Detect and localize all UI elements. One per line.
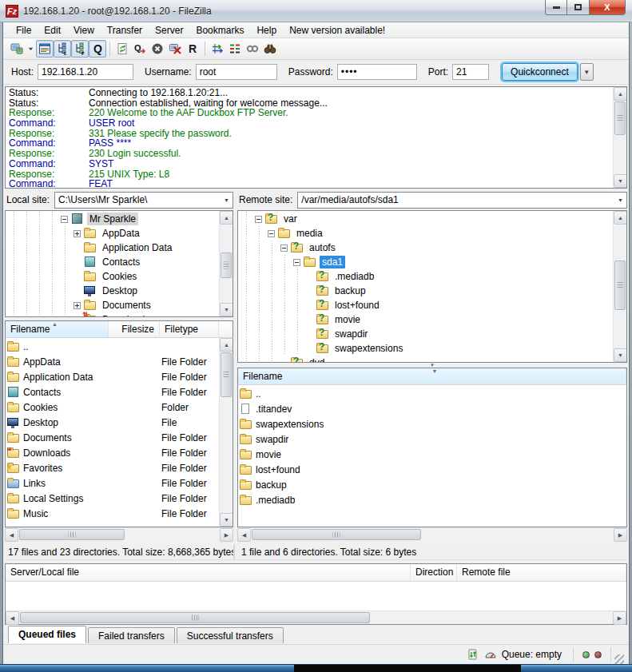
site-manager-dropdown-button[interactable] bbox=[26, 40, 36, 58]
scroll-up-icon[interactable]: ▲ bbox=[614, 87, 627, 101]
menu-item-new-version-available[interactable]: New version available! bbox=[283, 23, 392, 38]
expand-icon[interactable] bbox=[74, 230, 81, 237]
synchronized-browsing-button[interactable] bbox=[244, 40, 261, 58]
remote-tree-item-swapdir[interactable]: ?swapdir bbox=[240, 327, 612, 341]
queue-column-local-file[interactable]: Server/Local file bbox=[6, 564, 411, 581]
menu-item-server[interactable]: Server bbox=[149, 23, 189, 38]
expand-icon[interactable] bbox=[74, 316, 81, 317]
toggle-remote-treeview-button[interactable]: F bbox=[71, 40, 89, 58]
local-list-horizontal-scrollbar[interactable]: ◀ ▶ bbox=[5, 527, 233, 541]
log-vertical-scrollbar[interactable]: ▲ ▼ bbox=[613, 87, 626, 188]
local-file-row-appdata[interactable]: AppDataFile Folder bbox=[7, 354, 219, 369]
collapse-icon[interactable] bbox=[255, 216, 262, 223]
remote-site-combobox[interactable]: /var/media/autofs/sda1 ▼ bbox=[297, 192, 627, 209]
queue-body[interactable] bbox=[6, 582, 626, 610]
chevron-down-icon[interactable]: ▼ bbox=[614, 193, 626, 208]
local-file-row--[interactable]: .. bbox=[7, 339, 219, 354]
menu-item-bookmarks[interactable]: Bookmarks bbox=[189, 23, 250, 38]
local-file-row-documents[interactable]: DocumentsFile Folder bbox=[7, 430, 219, 445]
queue-column-remote-file[interactable]: Remote file bbox=[457, 564, 626, 581]
local-file-row-downloads[interactable]: ⇅DownloadsFile Folder bbox=[7, 445, 219, 460]
remote-directory-tree[interactable]: ?varmedia?autofssda1?.mediadb?backup?los… bbox=[237, 210, 627, 363]
password-input[interactable] bbox=[337, 64, 417, 80]
remote-tree-item--mediadb[interactable]: ?.mediadb bbox=[240, 269, 612, 284]
transfer-indicator-icon[interactable] bbox=[467, 648, 479, 661]
scroll-right-icon[interactable]: ▶ bbox=[613, 611, 626, 625]
find-files-button[interactable] bbox=[261, 40, 279, 58]
scroll-right-icon[interactable]: ▶ bbox=[614, 528, 627, 542]
collapse-icon[interactable] bbox=[293, 259, 300, 266]
menu-item-help[interactable]: Help bbox=[250, 23, 283, 38]
local-tree-item-appdata[interactable]: AppData bbox=[7, 226, 218, 241]
host-input[interactable] bbox=[38, 64, 133, 80]
remote-tree-scroll-thumb[interactable] bbox=[614, 260, 626, 310]
local-list-scroll-thumb[interactable] bbox=[221, 352, 232, 397]
column-header-filename[interactable]: Filename ▲ bbox=[6, 321, 109, 337]
refresh-button[interactable] bbox=[113, 40, 131, 58]
username-input[interactable] bbox=[196, 64, 277, 80]
site-manager-button[interactable] bbox=[8, 40, 26, 58]
chevron-down-icon[interactable]: ▼ bbox=[221, 193, 233, 208]
remote-file-list[interactable]: ...titandevswapextensionsswapdirmovielos… bbox=[237, 385, 627, 527]
local-tree-item-documents[interactable]: Documents bbox=[7, 298, 218, 312]
remote-file-row--titandev[interactable]: .titandev bbox=[240, 401, 625, 416]
scroll-down-icon[interactable]: ▼ bbox=[220, 513, 233, 527]
menu-item-transfer[interactable]: Transfer bbox=[101, 23, 149, 38]
menu-item-file[interactable]: File bbox=[10, 23, 38, 38]
quickconnect-button[interactable]: Quickconnect bbox=[502, 63, 578, 81]
remote-tree-item-autofs[interactable]: ?autofs bbox=[240, 241, 612, 255]
process-queue-button[interactable]: Q bbox=[131, 40, 149, 58]
remote-file-row--mediadb[interactable]: .mediadb bbox=[240, 492, 625, 507]
remote-tree-vertical-scrollbar[interactable]: ▲ ▼ bbox=[613, 211, 626, 362]
menu-item-view[interactable]: View bbox=[67, 23, 101, 38]
remote-tree-item-movie[interactable]: ?movie bbox=[240, 312, 612, 327]
column-header-filetype[interactable]: Filetype bbox=[160, 321, 219, 337]
log-scroll-thumb[interactable] bbox=[614, 101, 626, 135]
title-bar[interactable]: Fz 192.168.1.20 - root@192.168.1.20 - Fi… bbox=[0, 0, 632, 22]
local-list-hscroll-thumb[interactable] bbox=[19, 529, 125, 540]
remote-tree-item-backup[interactable]: ?backup bbox=[240, 284, 612, 298]
quickconnect-dropdown-button[interactable]: ▼ bbox=[580, 63, 594, 81]
local-tree-item-application-data[interactable]: Application Data bbox=[7, 241, 218, 255]
tab-successful-transfers[interactable]: Successful transfers bbox=[177, 627, 284, 643]
close-button[interactable]: X bbox=[590, 0, 626, 15]
speed-limit-gauge-icon[interactable] bbox=[484, 648, 497, 661]
scroll-right-icon[interactable]: ▶ bbox=[220, 528, 233, 542]
remote-file-row-backup[interactable]: backup bbox=[240, 477, 625, 492]
local-tree-item-desktop[interactable]: Desktop bbox=[7, 284, 218, 298]
remote-tree-item-media[interactable]: media bbox=[240, 226, 612, 241]
scroll-down-icon[interactable]: ▼ bbox=[614, 348, 627, 362]
local-file-row-favorites[interactable]: ★FavoritesFile Folder bbox=[7, 460, 219, 475]
local-file-row-local-settings[interactable]: Local SettingsFile Folder bbox=[7, 491, 219, 506]
column-header-filename[interactable]: Filename ▼ bbox=[238, 368, 626, 384]
local-tree-item-downloads[interactable]: ⇅Downloads bbox=[7, 312, 218, 316]
scroll-up-icon[interactable]: ▲ bbox=[220, 211, 233, 225]
directory-listing-filters-button[interactable] bbox=[209, 40, 226, 58]
local-site-combobox[interactable]: C:\Users\Mr Sparkle\ ▼ bbox=[54, 192, 233, 209]
local-file-row-music[interactable]: MusicFile Folder bbox=[7, 506, 219, 521]
port-input[interactable] bbox=[452, 64, 489, 80]
scroll-down-icon[interactable]: ▼ bbox=[220, 303, 233, 316]
minimize-button[interactable] bbox=[545, 0, 567, 15]
toggle-message-log-button[interactable] bbox=[36, 40, 54, 58]
queue-horizontal-scrollbar[interactable]: ◀ ▶ bbox=[6, 610, 626, 624]
disconnect-button[interactable] bbox=[166, 40, 184, 58]
local-file-row-links[interactable]: LinksFile Folder bbox=[7, 475, 219, 491]
maximize-button[interactable] bbox=[567, 0, 590, 15]
local-directory-tree[interactable]: Mr SparkleAppDataApplication DataContact… bbox=[5, 210, 233, 317]
remote-tree-item-lost-found[interactable]: ?lost+found bbox=[240, 298, 612, 312]
remote-list-hscroll-thumb[interactable] bbox=[252, 529, 421, 540]
scroll-left-icon[interactable]: ◀ bbox=[5, 528, 18, 542]
collapse-icon[interactable] bbox=[280, 245, 288, 252]
remote-tree-item-dvd[interactable]: ?dvd bbox=[240, 356, 612, 362]
queue-column-direction[interactable]: Direction bbox=[411, 564, 457, 581]
remote-tree-item-swapextensions[interactable]: ?swapextensions bbox=[240, 341, 612, 356]
reconnect-button[interactable]: R bbox=[184, 40, 201, 58]
scroll-left-icon[interactable]: ◀ bbox=[237, 528, 251, 542]
scroll-up-icon[interactable]: ▲ bbox=[220, 338, 233, 352]
local-tree-item-contacts[interactable]: Contacts bbox=[7, 255, 218, 269]
remote-file-row--[interactable]: .. bbox=[240, 386, 625, 401]
scroll-up-icon[interactable]: ▲ bbox=[614, 211, 627, 225]
local-file-list[interactable]: ..AppDataFile FolderApplication DataFile… bbox=[5, 338, 233, 527]
local-file-row-cookies[interactable]: CookiesFolder bbox=[7, 400, 219, 415]
